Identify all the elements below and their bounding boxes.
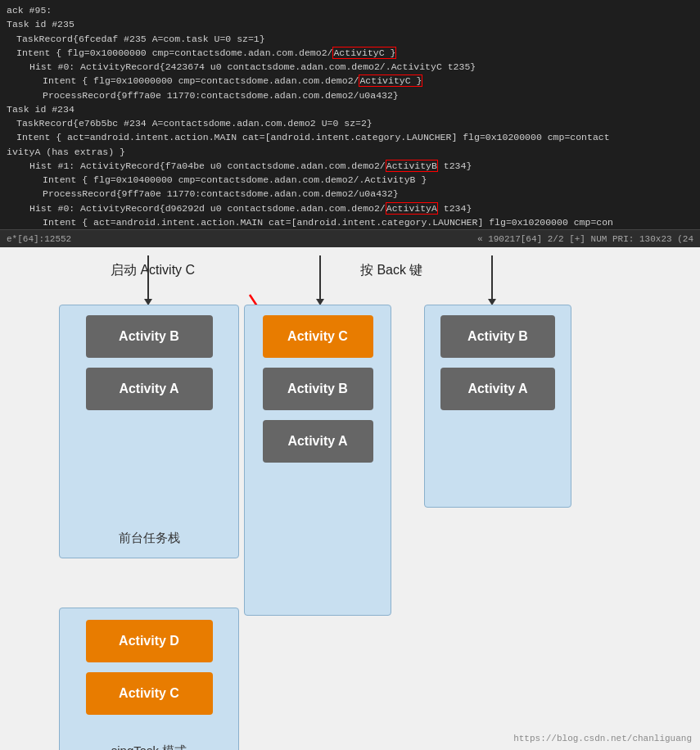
code-line: Hist #0: ActivityRecord{d96292d u0 conta… — [0, 201, 700, 215]
code-line: ivityA (has extras) } — [0, 145, 700, 159]
code-line: TaskRecord{e76b5bc #234 A=contactsdome.a… — [0, 116, 700, 130]
code-line: TaskRecord{6fcedaf #235 A=com.task U=0 s… — [0, 32, 700, 46]
left-task-stack: Activity B Activity A 前台任务栈 — [59, 305, 239, 558]
activity-box-b-right: Activity B — [440, 315, 555, 358]
code-line: Task id #235 — [0, 17, 700, 31]
label-back-key: 按 Back 键 — [360, 262, 422, 279]
label-start-activity-c: 启动 Activity C — [111, 262, 195, 279]
code-line: Intent { act=android.intent.action.MAIN … — [0, 130, 700, 144]
activity-box-b-left: Activity B — [86, 315, 213, 358]
arrow-down-mid — [319, 255, 321, 300]
code-line: Task id #234 — [0, 102, 700, 116]
activity-box-a-mid: Activity A — [263, 420, 373, 463]
bottom-stack-label: singTask 模式 — [60, 743, 238, 750]
watermark: https://blog.csdn.net/chanliguang — [513, 734, 692, 743]
status-right: « 190217[64] 2/2 [+] NUM PRI: 130x23 (24 — [477, 234, 693, 244]
diagram-section: 启动 Activity C 按 Back 键 Activity B Activi… — [0, 247, 700, 750]
activity-box-a-left: Activity A — [86, 368, 213, 410]
code-line: ProcessRecord{9ff7a0e 11770:contactsdome… — [0, 88, 700, 102]
activity-box-b-mid: Activity B — [263, 368, 373, 410]
code-line: ProcessRecord{9ff7a0e 11770:contactsdome… — [0, 187, 700, 201]
activity-box-a-right: Activity A — [440, 368, 555, 410]
activity-box-c-bottom: Activity C — [86, 672, 213, 715]
code-editor: ack #95: Task id #235 TaskRecord{6fcedaf… — [0, 0, 700, 229]
code-line: Intent { act=android.intent.action.MAIN … — [0, 215, 700, 229]
bottom-task-stack: Activity D Activity C singTask 模式 — [59, 608, 239, 750]
code-line: Intent { flg=0x10400000 cmp=contactsdome… — [0, 173, 700, 187]
code-line: Intent { flg=0x10000000 cmp=contactsdome… — [0, 46, 700, 60]
code-line: Hist #1: ActivityRecord{f7a04be u0 conta… — [0, 159, 700, 173]
code-line: Hist #0: ActivityRecord{2423674 u0 conta… — [0, 60, 700, 74]
right-task-stack: Activity B Activity A — [424, 305, 571, 508]
mid-task-stack: Activity C Activity B Activity A — [244, 305, 391, 616]
arrow-down-left — [147, 255, 149, 300]
activity-box-c-mid: Activity C — [263, 315, 373, 358]
status-left: e*[64]:12552 — [7, 234, 71, 244]
left-stack-label: 前台任务栈 — [60, 531, 238, 546]
arrow-down-right — [491, 255, 493, 300]
activity-box-d-bottom: Activity D — [86, 620, 213, 662]
code-line: ack #95: — [0, 3, 700, 17]
code-line: Intent { flg=0x10000000 cmp=contactsdome… — [0, 74, 700, 88]
status-bar: e*[64]:12552 « 190217[64] 2/2 [+] NUM PR… — [0, 229, 700, 247]
